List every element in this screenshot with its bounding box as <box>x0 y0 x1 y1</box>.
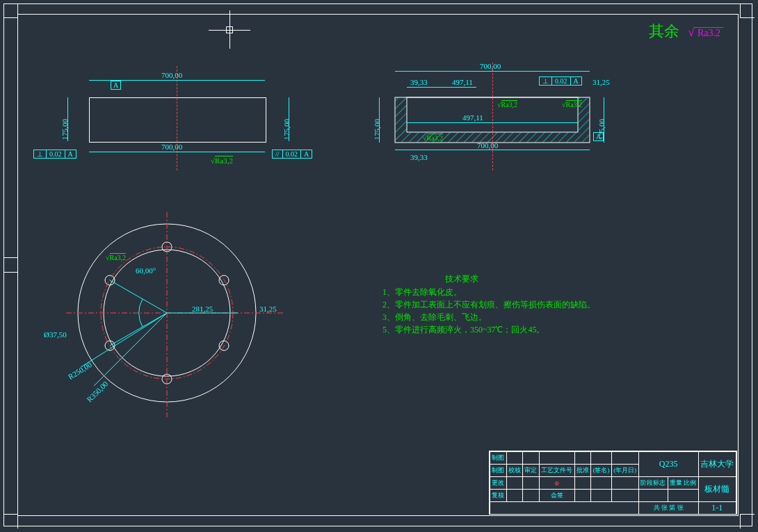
ra-top: √Ra3,2 <box>106 254 126 261</box>
tb-inst: 吉林大学 <box>698 452 736 477</box>
tb-sheet: 1-1 <box>698 502 736 515</box>
notes-l4: 5、零件进行高频淬火，350~37℃；回火45。 <box>382 324 545 336</box>
tb-material: Q235 <box>638 452 698 477</box>
dim-hole-d: Ø37,50 <box>44 330 67 339</box>
notes-l1: 1、零件去除氧化皮。 <box>382 287 462 298</box>
dim-edge: 31,25 <box>259 305 277 313</box>
tb-part: 板材髓 <box>698 477 736 502</box>
svg-line-14 <box>110 313 167 346</box>
notes-title: 技术要求 <box>445 273 478 285</box>
notes-l3: 3、倒角、去除毛刺、飞边。 <box>382 312 487 323</box>
title-block: 制图 Q235 吉林大学 制图校核审定工艺文件号批准(签名)(年月日) 更改⊕ … <box>489 451 737 515</box>
svg-line-15 <box>110 280 167 313</box>
dim-angle: 60,00° <box>136 266 156 275</box>
notes-l2: 2、零件加工表面上不应有划痕、擦伤等损伤表面的缺陷。 <box>382 299 595 311</box>
dim-pcd: 281,25 <box>192 305 213 313</box>
